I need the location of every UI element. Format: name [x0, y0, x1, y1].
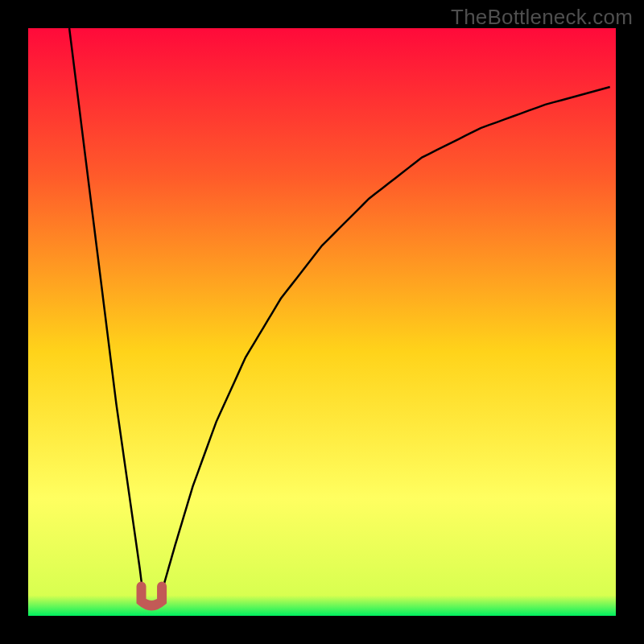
gradient-background: [28, 28, 616, 616]
plot-area: [28, 28, 616, 616]
chart-svg: [28, 28, 616, 616]
chart-frame: TheBottleneck.com: [0, 0, 644, 644]
watermark-text: TheBottleneck.com: [451, 5, 633, 30]
